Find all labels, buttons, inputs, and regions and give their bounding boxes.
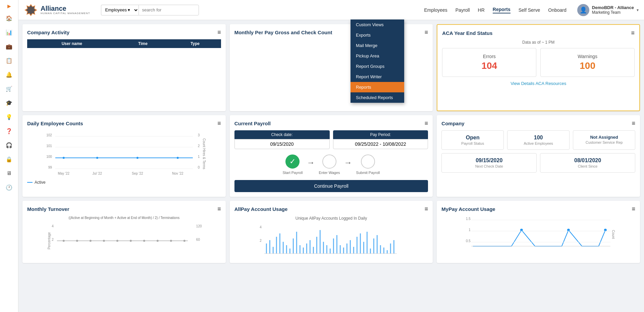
logo-text: Alliance HUMAN CAPITAL MANAGEMENT <box>41 5 90 15</box>
sidebar-item-monitor[interactable]: 🖥 <box>3 167 15 179</box>
dropdown-mail-merge[interactable]: Mail Merge <box>351 40 404 51</box>
svg-point-19 <box>137 157 139 159</box>
company-dates-grid: 09/15/2020 Next Check Date 08/01/2020 Cl… <box>441 153 635 173</box>
svg-rect-70 <box>360 233 361 254</box>
monthly-gross-menu-icon[interactable]: ≡ <box>425 29 428 36</box>
daily-counts-menu-icon[interactable]: ≡ <box>217 120 221 127</box>
legend-line-active <box>27 182 33 183</box>
monthly-turnover-subtitle: ((Active at Beginning of Month + Active … <box>27 216 221 220</box>
svg-rect-51 <box>296 232 297 254</box>
svg-rect-60 <box>326 245 327 254</box>
monthly-turnover-menu-icon[interactable]: ≡ <box>217 206 221 213</box>
sidebar-item-lock[interactable]: 🔒 <box>3 153 15 165</box>
aca-header: ACA Year End Status ≡ <box>442 30 635 37</box>
nav-links: Employees Payroll HR Reports Self Serve … <box>424 7 567 13</box>
company-stat-client-since: 08/01/2020 Client Since <box>540 153 635 173</box>
nav-onboard[interactable]: Onboard <box>548 7 566 13</box>
sidebar-item-lightbulb[interactable]: 💡 <box>3 111 15 123</box>
svg-text:Count: Count <box>611 230 615 239</box>
aca-resources-link[interactable]: ACA Resources <box>535 81 566 86</box>
nav-selfserve[interactable]: Self Serve <box>519 7 540 13</box>
allpay-menu-icon[interactable]: ≡ <box>425 206 428 213</box>
dropdown-reports[interactable]: Reports <box>351 82 404 92</box>
svg-rect-54 <box>306 243 307 254</box>
sidebar-item-clock[interactable]: 🕐 <box>3 181 15 193</box>
payroll-step-start: ✓ Start Payroll <box>282 154 303 175</box>
dropdown-scheduled-reports[interactable]: Scheduled Reports <box>351 92 404 103</box>
svg-text:0.5: 0.5 <box>466 239 471 243</box>
aca-subtitle: Data as of ~ 1 PM <box>442 40 635 45</box>
brand-sub: HUMAN CAPITAL MANAGEMENT <box>41 12 90 15</box>
svg-text:1: 1 <box>469 228 471 232</box>
nav-reports[interactable]: Reports <box>493 7 511 13</box>
company-stat-employees-value: 100 <box>510 135 567 141</box>
nav-hr[interactable]: HR <box>478 7 485 13</box>
sidebar-item-headphone[interactable]: 🎧 <box>3 139 15 151</box>
dropdown-pickup-area[interactable]: Pickup Area <box>351 51 404 61</box>
svg-point-35 <box>143 240 145 242</box>
user-area[interactable]: 👤 DemoBDR - Alliance Marketing Team ▾ <box>577 4 639 16</box>
svg-rect-80 <box>393 240 394 254</box>
current-payroll-menu-icon[interactable]: ≡ <box>425 120 428 127</box>
svg-rect-71 <box>363 242 364 254</box>
step-wages-label: Enter Wages <box>319 171 340 175</box>
sidebar-item-bell[interactable]: 🔔 <box>3 69 15 81</box>
sidebar-expand-icon[interactable]: ▶ <box>7 3 11 9</box>
sidebar-item-cart[interactable]: 🛒 <box>3 83 15 95</box>
company-menu-icon[interactable]: ≡ <box>632 120 635 127</box>
mypay-header: MyPay Account Usage ≡ <box>441 206 635 213</box>
user-dropdown-chevron[interactable]: ▾ <box>637 8 639 12</box>
allpay-chart: 4 2 <box>234 223 428 257</box>
svg-text:60: 60 <box>196 238 200 241</box>
nav-payroll[interactable]: Payroll <box>455 7 470 13</box>
monthly-gross-title: Monthly Per Pay Gross and Check Count <box>234 30 332 35</box>
brand-name: Alliance <box>41 5 90 12</box>
search-input[interactable] <box>139 5 199 15</box>
allpay-subtitle: Unique AllPay Accounts Logged In Daily <box>234 216 428 221</box>
svg-text:3: 3 <box>198 133 200 137</box>
svg-rect-69 <box>356 237 357 254</box>
sidebar-item-question[interactable]: ❓ <box>3 125 15 137</box>
dropdown-custom-views[interactable]: Custom Views <box>351 19 404 30</box>
content-grid: Company Activity ≡ User name Time Type M… <box>18 20 644 312</box>
sidebar-item-graduation[interactable]: 🎓 <box>3 97 15 109</box>
daily-counts-legend: Active <box>27 180 221 185</box>
aca-warnings-stat: Warnings 100 <box>540 48 635 77</box>
dropdown-report-groups[interactable]: Report Groups <box>351 61 404 72</box>
svg-rect-46 <box>279 233 280 254</box>
payroll-step-submit: Submit Payroll <box>356 154 380 175</box>
svg-text:100: 100 <box>46 155 52 159</box>
dropdown-exports[interactable]: Exports <box>351 30 404 40</box>
monthly-turnover-title: Monthly Turnover <box>27 206 69 212</box>
step-wages-circle <box>322 154 336 169</box>
sidebar-item-list[interactable]: 📋 <box>3 54 15 66</box>
svg-rect-77 <box>383 248 384 254</box>
svg-text:2: 2 <box>198 144 200 148</box>
search-select[interactable]: Employees ▾ <box>101 5 139 15</box>
company-stat-next-check: 09/15/2020 Next Check Date <box>441 153 537 173</box>
sidebar-item-home[interactable]: 🏠 <box>3 12 15 24</box>
svg-rect-64 <box>339 245 340 254</box>
svg-rect-55 <box>309 240 310 254</box>
svg-point-36 <box>157 240 159 242</box>
svg-rect-79 <box>390 243 391 254</box>
svg-rect-63 <box>336 235 337 254</box>
nav-employees[interactable]: Employees <box>424 7 447 13</box>
aca-view-details-link[interactable]: View Details <box>511 81 534 86</box>
continue-payroll-button[interactable]: Continue Payroll <box>234 180 428 192</box>
aca-menu-icon[interactable]: ≡ <box>631 30 635 37</box>
aca-errors-label: Errors <box>446 54 533 59</box>
svg-text:1.5: 1.5 <box>466 217 471 221</box>
svg-rect-76 <box>380 245 381 254</box>
aca-stats: Errors 104 Warnings 100 <box>442 48 635 77</box>
company-activity-menu-icon[interactable]: ≡ <box>217 29 221 36</box>
mypay-menu-icon[interactable]: ≡ <box>632 206 635 213</box>
sidebar-item-chart[interactable]: 📊 <box>3 26 15 38</box>
sidebar-item-briefcase[interactable]: 💼 <box>3 40 15 52</box>
dropdown-report-writer[interactable]: Report Writer <box>351 72 404 82</box>
company-title: Company <box>441 121 464 126</box>
daily-counts-chart: 102 101 100 99 3 2 1 0 Count Hires & Ter… <box>27 130 221 184</box>
svg-rect-57 <box>316 237 317 254</box>
svg-rect-78 <box>386 250 387 254</box>
svg-rect-73 <box>370 249 371 254</box>
